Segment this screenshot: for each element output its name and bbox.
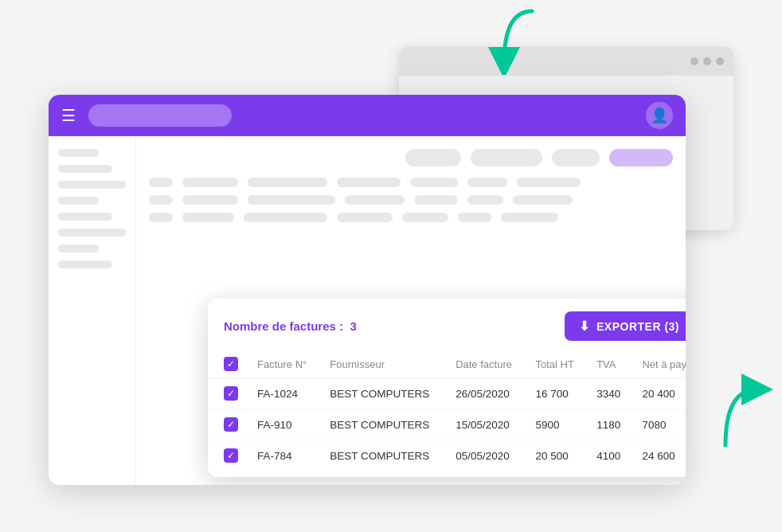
app-window: ☰ 👤 xyxy=(49,95,686,485)
erp-dot-1 xyxy=(690,57,698,65)
arrow-down-icon xyxy=(488,3,544,75)
row3-checkbox[interactable]: ✓ xyxy=(208,440,248,471)
invoice-card-header: Nombre de factures : 3 ⬇ EXPORTER (3) xyxy=(208,299,686,350)
row3-total-ht: 20 500 xyxy=(526,440,588,471)
filter-pill-3 xyxy=(552,149,600,166)
row3-facture: FA-784 xyxy=(248,440,320,471)
navbar-search-bar[interactable] xyxy=(88,104,232,127)
row2-net: 7080 xyxy=(632,409,686,440)
invoice-table: ✓ Facture N° Fournisseur Date facture To… xyxy=(208,350,686,471)
sidebar-bar-1 xyxy=(58,149,99,157)
app-navbar: ☰ 👤 xyxy=(49,95,686,136)
col-facture-num: Facture N° xyxy=(248,350,320,378)
sidebar-bar-3 xyxy=(58,181,126,189)
row-placeholder-2 xyxy=(149,213,673,222)
row2-fournisseur: BEST COMPUTERS xyxy=(320,409,446,440)
row3-date: 05/05/2020 xyxy=(446,440,526,471)
row-placeholder-header xyxy=(149,178,673,187)
invoice-count: Nombre de factures : 3 xyxy=(224,319,357,333)
sidebar-bar-8 xyxy=(58,260,112,268)
user-icon: 👤 xyxy=(651,107,668,124)
select-all-checkbox[interactable]: ✓ xyxy=(224,357,238,371)
sidebar-bar-7 xyxy=(58,244,99,252)
table-row: ✓ FA-784 BEST COMPUTERS 05/05/2020 20 50… xyxy=(208,440,686,471)
table-row: ✓ FA-910 BEST COMPUTERS 15/05/2020 5900 … xyxy=(208,409,686,440)
filter-row xyxy=(149,149,673,166)
row2-checkbox[interactable]: ✓ xyxy=(208,409,248,440)
row1-total-ht: 16 700 xyxy=(526,378,588,409)
erp-dot-2 xyxy=(703,57,711,65)
erp-titlebar xyxy=(399,47,733,76)
invoice-card: Nombre de factures : 3 ⬇ EXPORTER (3) xyxy=(208,299,686,477)
sidebar xyxy=(49,136,136,485)
erp-dot-3 xyxy=(716,57,724,65)
row1-net: 20 400 xyxy=(632,378,686,409)
filter-button[interactable] xyxy=(609,149,673,166)
row3-tva: 4100 xyxy=(587,440,632,471)
col-checkbox: ✓ xyxy=(208,350,248,378)
arrow-up-icon xyxy=(710,374,773,453)
row-placeholder-1 xyxy=(149,195,673,205)
invoice-table-body: ✓ FA-1024 BEST COMPUTERS 26/05/2020 16 7… xyxy=(208,378,686,471)
invoice-table-header: ✓ Facture N° Fournisseur Date facture To… xyxy=(208,350,686,378)
filter-pill-2 xyxy=(471,149,542,166)
row2-facture: FA-910 xyxy=(248,409,320,440)
col-net-a-payer: Net à payer xyxy=(632,350,686,378)
export-icon: ⬇ xyxy=(579,319,590,334)
export-button[interactable]: ⬇ EXPORTER (3) xyxy=(565,311,686,341)
row2-date: 15/05/2020 xyxy=(446,409,526,440)
row1-fournisseur: BEST COMPUTERS xyxy=(320,378,446,409)
row1-tva: 3340 xyxy=(587,378,632,409)
sidebar-bar-4 xyxy=(58,197,99,205)
col-fournisseur: Fournisseur xyxy=(320,350,446,378)
sidebar-bar-5 xyxy=(58,213,112,221)
sidebar-bar-6 xyxy=(58,229,126,237)
main-content: Nombre de factures : 3 ⬇ EXPORTER (3) xyxy=(136,136,686,485)
row2-tva: 1180 xyxy=(587,409,632,440)
filter-pill-1 xyxy=(405,149,461,166)
avatar[interactable]: 👤 xyxy=(646,102,673,129)
sidebar-bar-2 xyxy=(58,165,112,173)
row3-fournisseur: BEST COMPUTERS xyxy=(320,440,446,471)
row1-checkbox[interactable]: ✓ xyxy=(208,378,248,409)
col-total-ht: Total HT xyxy=(526,350,588,378)
hamburger-icon[interactable]: ☰ xyxy=(61,106,76,125)
table-placeholder xyxy=(149,178,673,222)
app-body: Nombre de factures : 3 ⬇ EXPORTER (3) xyxy=(49,136,686,485)
col-tva: TVA xyxy=(587,350,632,378)
row1-date: 26/05/2020 xyxy=(446,378,526,409)
row3-net: 24 600 xyxy=(632,440,686,471)
row1-facture: FA-1024 xyxy=(248,378,320,409)
table-row: ✓ FA-1024 BEST COMPUTERS 26/05/2020 16 7… xyxy=(208,378,686,409)
row2-total-ht: 5900 xyxy=(526,409,588,440)
col-date-facture: Date facture xyxy=(446,350,526,378)
